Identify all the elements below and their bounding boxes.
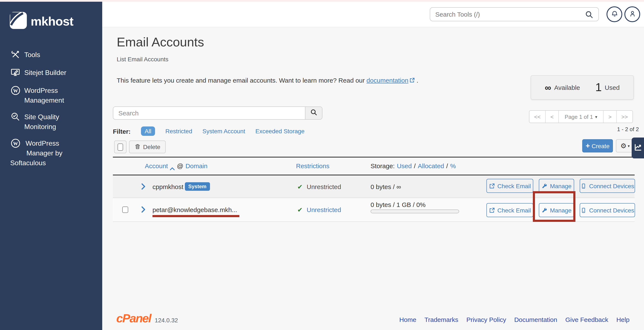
user-icon (628, 10, 636, 19)
available-stat: ∞ Available (545, 82, 580, 92)
cpanel-version: 124.0.32 (155, 317, 178, 324)
mkhost-logo[interactable]: mkhost (10, 12, 73, 31)
external-link-icon (489, 207, 495, 213)
gear-icon: ⚙ (620, 142, 626, 149)
sidebar-item-label-line: Management (24, 96, 102, 105)
pagination-last-button[interactable]: >> (617, 111, 632, 123)
intro-text: This feature lets you create and manage … (117, 77, 366, 84)
caret-down-icon: ▾ (628, 144, 630, 148)
intro-suffix: . (415, 77, 418, 84)
mkhost-logo-text: mkhost (31, 14, 73, 28)
sidebar-item-tools[interactable]: Tools (0, 50, 102, 60)
svg-text:W: W (13, 141, 18, 146)
wordpress-icon: W (11, 138, 21, 148)
infinity-icon: ∞ (545, 82, 551, 92)
expand-row-chevron-icon[interactable] (140, 183, 146, 190)
tools-icon (11, 50, 21, 60)
site-quality-icon (11, 112, 21, 122)
user-account-button[interactable] (624, 6, 640, 22)
footer-link-documentation[interactable]: Documentation (514, 316, 557, 323)
table-search-input[interactable] (113, 107, 305, 119)
sidebar-item-label-line: Monitoring (24, 122, 102, 132)
create-button[interactable]: + Create (582, 139, 613, 152)
sitejet-builder-icon (11, 68, 21, 78)
sidebar: mkhost Tools Sitejet Builder (0, 2, 102, 330)
check-icon: ✔ (297, 206, 302, 214)
annotation-red-box (533, 191, 576, 222)
sidebar-item-label-line: Manager by (26, 148, 102, 158)
sidebar-item-label: Tools (24, 50, 102, 60)
filter-label: Filter: (113, 128, 130, 135)
filter-restricted[interactable]: Restricted (165, 128, 192, 134)
documentation-link[interactable]: documentation (366, 77, 408, 84)
filter-row: Filter: All Restricted System Account Ex… (113, 126, 304, 136)
sidebar-item-wordpress-management[interactable]: W WordPress Management (0, 86, 102, 105)
sidebar-item-wordpress-manager-softaculous[interactable]: W WordPress Manager by Softaculous (0, 138, 102, 168)
select-all-checkbox-button[interactable] (114, 140, 126, 153)
connect-devices-button[interactable]: Connect Devices (580, 179, 635, 193)
footer-brand: cPanel 124.0.32 (116, 312, 178, 325)
cpanel-email-accounts-page: mkhost Tools Sitejet Builder (0, 0, 644, 330)
footer-link-give-feedback[interactable]: Give Feedback (566, 316, 608, 323)
sort-allocated-link[interactable]: Allocated (418, 162, 444, 170)
pagination-first-button[interactable]: << (530, 111, 546, 123)
restrictions-value: Unrestricted (307, 183, 341, 190)
wrench-icon (541, 183, 547, 189)
pagination: << < Page 1 of 1▾ > >> (529, 110, 633, 123)
sidebar-item-sitejet-builder[interactable]: Sitejet Builder (0, 68, 102, 78)
restrictions-link[interactable]: Unrestricted (307, 206, 341, 213)
line-chart-icon (634, 143, 642, 153)
sidebar-item-label-line: WordPress (26, 138, 102, 148)
footer-link-home[interactable]: Home (399, 316, 416, 323)
sidebar-item-label-line: WordPress (24, 86, 102, 96)
sort-used-link[interactable]: Used (397, 162, 412, 170)
connect-devices-button[interactable]: Connect Devices (580, 203, 635, 217)
table-search-button[interactable] (305, 107, 322, 119)
system-badge: System (185, 182, 210, 191)
checkbox (118, 143, 123, 150)
filter-exceeded-storage[interactable]: Exceeded Storage (255, 128, 304, 134)
sort-caret-up-icon (170, 164, 175, 168)
filter-all[interactable]: All (141, 126, 155, 136)
manage-button[interactable]: Manage (539, 179, 574, 193)
table-top-border (113, 157, 635, 158)
sidebar-item-site-quality-monitoring[interactable]: Site Quality Monitoring (0, 112, 102, 132)
check-email-button[interactable]: Check Email (486, 203, 533, 217)
search-icon (310, 108, 317, 118)
search-tools-input[interactable] (430, 7, 599, 21)
page-title: Email Accounts (117, 35, 204, 50)
footer-link-privacy-policy[interactable]: Privacy Policy (466, 316, 506, 323)
pagination-prev-button[interactable]: < (546, 111, 558, 123)
mkhost-logo-icon (10, 12, 27, 31)
table-search (113, 106, 322, 120)
page-subtitle: List Email Accounts (117, 56, 168, 62)
column-header-storage: Storage: Used / Allocated / % (370, 162, 456, 170)
sort-percent-link[interactable]: % (450, 162, 456, 170)
footer-link-help[interactable]: Help (616, 316, 630, 323)
caret-down-icon: ▾ (595, 114, 597, 119)
analytics-side-tab[interactable] (632, 138, 644, 158)
expand-row-chevron-icon[interactable] (140, 206, 146, 213)
footer-link-trademarks[interactable]: Trademarks (424, 316, 458, 323)
filter-system-account[interactable]: System Account (202, 128, 245, 134)
search-icon[interactable] (585, 10, 593, 19)
pagination-page-select[interactable]: Page 1 of 1▾ (559, 111, 604, 123)
sort-account-link[interactable]: Account (145, 162, 168, 170)
storage-value: 0 bytes / ∞ (370, 183, 401, 190)
sidebar-item-label-line: Site Quality (24, 112, 102, 122)
sort-domain-link[interactable]: Domain (186, 162, 208, 170)
pagination-next-button[interactable]: > (604, 111, 617, 123)
cpanel-logo: cPanel (116, 312, 151, 325)
page-intro: This feature lets you create and manage … (117, 77, 418, 84)
window-top-edge (0, 0, 644, 2)
notifications-button[interactable] (606, 6, 622, 22)
check-email-button[interactable]: Check Email (486, 179, 533, 193)
wordpress-icon: W (11, 86, 21, 96)
sidebar-item-label: Sitejet Builder (24, 68, 102, 78)
row-checkbox[interactable] (122, 206, 128, 213)
external-link-icon (409, 77, 415, 82)
delete-button[interactable]: Delete (129, 140, 166, 153)
column-header-restrictions[interactable]: Restrictions (296, 162, 330, 170)
mobile-device-icon (580, 207, 586, 213)
storage-value: 0 bytes / 1 GB / 0% (370, 201, 426, 208)
